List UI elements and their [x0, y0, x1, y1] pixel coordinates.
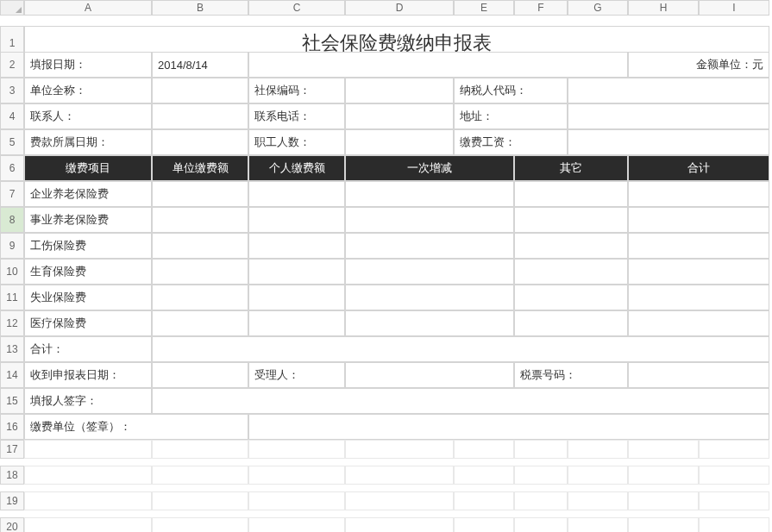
item-unitpay-1[interactable]	[152, 207, 248, 233]
item-other-4[interactable]	[514, 285, 628, 310]
row-header-19[interactable]: 19	[0, 491, 24, 510]
item-other-3[interactable]	[514, 259, 628, 285]
empty-cell-19-0[interactable]	[24, 491, 152, 510]
empty-cell-20-1[interactable]	[152, 517, 248, 532]
empty-cell-18-4[interactable]	[454, 466, 514, 485]
item-total-0[interactable]	[628, 181, 769, 207]
row-header-13[interactable]: 13	[0, 336, 24, 362]
fee-period-value[interactable]	[152, 129, 248, 155]
row-header-12[interactable]: 12	[0, 310, 24, 336]
row-header-17[interactable]: 17	[0, 440, 24, 459]
empty-cell-17-3[interactable]	[345, 440, 454, 459]
empty-cell-20-2[interactable]	[248, 517, 345, 532]
row-header-7[interactable]: 7	[0, 181, 24, 207]
row-header-9[interactable]: 9	[0, 233, 24, 259]
pay-salary-value[interactable]	[568, 129, 769, 155]
item-unitpay-4[interactable]	[152, 285, 248, 310]
empty-cell-20-3[interactable]	[345, 517, 454, 532]
item-oncechange-5[interactable]	[345, 310, 514, 336]
col-header-G[interactable]: G	[568, 0, 628, 16]
col-header-B[interactable]: B	[152, 0, 248, 16]
item-total-5[interactable]	[628, 310, 769, 336]
row-header-11[interactable]: 11	[0, 285, 24, 310]
total-value[interactable]	[152, 336, 769, 362]
row-header-4[interactable]: 4	[0, 103, 24, 129]
item-total-1[interactable]	[628, 207, 769, 233]
empty-cell-17-5[interactable]	[514, 440, 568, 459]
tax-ticket-value[interactable]	[628, 362, 769, 388]
item-unitpay-2[interactable]	[152, 233, 248, 259]
empty-cell-20-7[interactable]	[628, 517, 699, 532]
row-header-5[interactable]: 5	[0, 129, 24, 155]
filler-sign-value[interactable]	[152, 388, 769, 414]
empty-cell-19-2[interactable]	[248, 491, 345, 510]
empty-cell-18-3[interactable]	[345, 466, 454, 485]
empty-cell-17-6[interactable]	[568, 440, 628, 459]
item-total-2[interactable]	[628, 233, 769, 259]
empty-cell-18-8[interactable]	[699, 466, 769, 485]
company-seal-value[interactable]	[248, 414, 769, 440]
empty-cell-19-3[interactable]	[345, 491, 454, 510]
empty-cell-19-7[interactable]	[628, 491, 699, 510]
empty-cell-19-4[interactable]	[454, 491, 514, 510]
col-header-A[interactable]: A	[24, 0, 152, 16]
social-code-value[interactable]	[345, 78, 454, 103]
empty-cell-19-5[interactable]	[514, 491, 568, 510]
item-other-1[interactable]	[514, 207, 628, 233]
empty-cell-18-0[interactable]	[24, 466, 152, 485]
empty-cell-20-6[interactable]	[568, 517, 628, 532]
empty-cell-17-2[interactable]	[248, 440, 345, 459]
col-header-C[interactable]: C	[248, 0, 345, 16]
address-value[interactable]	[568, 103, 769, 129]
row-header-20[interactable]: 20	[0, 517, 24, 532]
item-oncechange-2[interactable]	[345, 233, 514, 259]
empty-cell-19-1[interactable]	[152, 491, 248, 510]
empty-cell-18-5[interactable]	[514, 466, 568, 485]
row-header-3[interactable]: 3	[0, 78, 24, 103]
empty-cell-18-7[interactable]	[628, 466, 699, 485]
row-header-16[interactable]: 16	[0, 414, 24, 440]
empty-cell-17-7[interactable]	[628, 440, 699, 459]
handler-value[interactable]	[345, 362, 514, 388]
col-header-F[interactable]: F	[514, 0, 568, 16]
row-header-15[interactable]: 15	[0, 388, 24, 414]
empty-cell-20-8[interactable]	[699, 517, 769, 532]
empty-cell-20-0[interactable]	[24, 517, 152, 532]
company-name-value[interactable]	[152, 78, 248, 103]
empty-cell-18-2[interactable]	[248, 466, 345, 485]
tax-code-value[interactable]	[568, 78, 769, 103]
item-total-3[interactable]	[628, 259, 769, 285]
row-header-8[interactable]: 8	[0, 207, 24, 233]
item-unitpay-3[interactable]	[152, 259, 248, 285]
col-header-I[interactable]: I	[699, 0, 769, 16]
item-personalpay-1[interactable]	[248, 207, 345, 233]
item-personalpay-2[interactable]	[248, 233, 345, 259]
row-header-10[interactable]: 10	[0, 259, 24, 285]
contact-value[interactable]	[152, 103, 248, 129]
employee-count-value[interactable]	[345, 129, 454, 155]
empty-cell-18-6[interactable]	[568, 466, 628, 485]
col-header-H[interactable]: H	[628, 0, 699, 16]
receive-date-value[interactable]	[152, 362, 248, 388]
item-oncechange-0[interactable]	[345, 181, 514, 207]
row-header-6[interactable]: 6	[0, 155, 24, 181]
empty-cell-17-8[interactable]	[699, 440, 769, 459]
item-other-5[interactable]	[514, 310, 628, 336]
row-header-14[interactable]: 14	[0, 362, 24, 388]
empty-cell-19-6[interactable]	[568, 491, 628, 510]
item-unitpay-0[interactable]	[152, 181, 248, 207]
empty-cell-17-1[interactable]	[152, 440, 248, 459]
item-other-0[interactable]	[514, 181, 628, 207]
empty-cell-17-0[interactable]	[24, 440, 152, 459]
item-oncechange-1[interactable]	[345, 207, 514, 233]
item-personalpay-4[interactable]	[248, 285, 345, 310]
row-header-2[interactable]: 2	[0, 52, 24, 78]
item-personalpay-5[interactable]	[248, 310, 345, 336]
col-header-E[interactable]: E	[454, 0, 514, 16]
empty-cell-17-4[interactable]	[454, 440, 514, 459]
row-header-18[interactable]: 18	[0, 466, 24, 485]
item-oncechange-3[interactable]	[345, 259, 514, 285]
item-other-2[interactable]	[514, 233, 628, 259]
item-personalpay-3[interactable]	[248, 259, 345, 285]
empty-cell-20-4[interactable]	[454, 517, 514, 532]
